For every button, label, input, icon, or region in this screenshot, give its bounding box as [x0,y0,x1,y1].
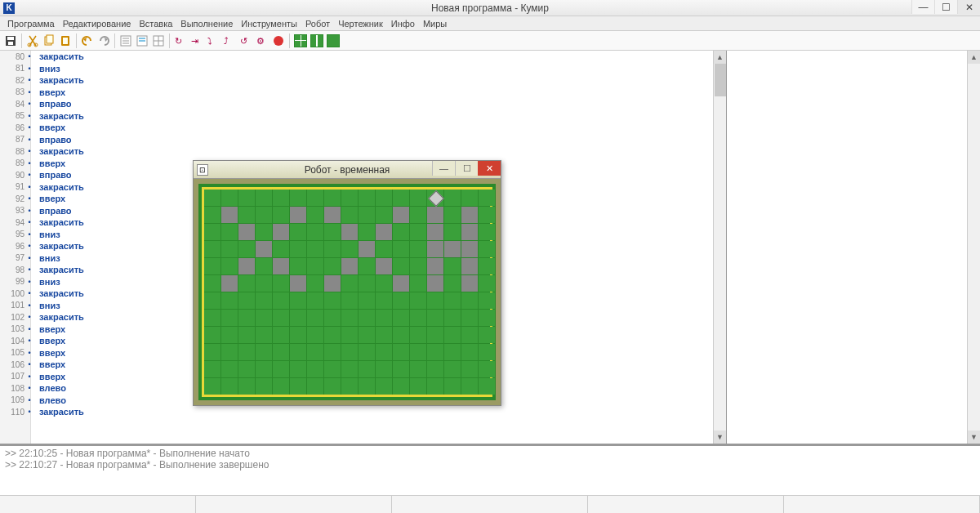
code-line[interactable]: 84•вправо [0,98,710,110]
code-line[interactable]: 81•вниз [0,63,710,75]
copy-icon[interactable] [42,33,56,48]
robot-maximize-button[interactable]: ☐ [455,161,478,176]
scroll-thumb[interactable] [715,64,726,96]
grid-cell [341,224,358,240]
table-icon[interactable] [151,33,166,48]
menu-item[interactable]: Чертежник [334,19,387,29]
grid-cell [341,207,358,223]
menu-item[interactable]: Робот [301,19,334,29]
code-command: закрасить [39,75,84,85]
robot-title-bar[interactable]: ⊡ Робот - временная — ☐ ✕ [194,161,501,179]
code-command: вверх [39,324,65,334]
step-over-icon[interactable]: ⤵ [206,33,220,48]
menu-item[interactable]: Редактирование [59,19,136,29]
grid-cell [376,344,392,360]
close-button[interactable]: ✕ [957,0,980,14]
paste-icon[interactable] [58,33,73,48]
pause-icon[interactable]: ↺ [238,33,253,48]
run-icon[interactable]: ↻ [173,33,188,48]
grid-cell [410,258,426,274]
grid-cell [221,378,238,395]
code-line[interactable]: 87•вправо [0,134,710,146]
grid-full-icon[interactable] [326,33,341,48]
settings-icon[interactable]: ⚙ [255,33,270,48]
grid-cell [376,224,392,240]
grid-cell [479,207,495,223]
list-icon[interactable] [118,33,133,48]
menu-item[interactable]: Инструменты [237,19,301,29]
grid-cell [256,207,272,223]
step-in-icon[interactable]: ⇥ [189,33,204,48]
grid-cell [221,361,238,377]
robot-field [194,179,501,405]
grid-cell [273,344,289,360]
redo-icon[interactable] [96,33,111,48]
grid-cell [204,190,220,206]
code-line[interactable]: 88•закрасить [0,145,710,158]
grid-split-icon[interactable] [310,33,324,48]
code-command: вниз [39,301,60,310]
scroll-up-icon[interactable]: ▲ [968,51,980,64]
code-command: вправо [39,206,72,216]
stop-icon[interactable] [271,33,286,48]
grid-small-icon[interactable] [293,33,308,48]
step-icon[interactable]: ⤴ [222,33,237,48]
grid-cell [256,310,272,326]
scroll-down-icon[interactable]: ▼ [968,430,980,444]
code-line[interactable]: 85•закрасить [0,110,710,123]
grid-cell [461,344,478,360]
grid-cell [221,275,238,292]
menu-item[interactable]: Вставка [135,19,176,29]
line-number: 83 [0,87,24,96]
editor-scrollbar[interactable]: ▲ ▼ [713,51,726,444]
grid-cell [273,327,289,343]
grid-cell [359,344,375,360]
grid-cell [256,327,272,343]
menu-item[interactable]: Выполнение [176,19,237,29]
code-command: вниз [39,253,60,263]
line-number: 85 [0,111,24,120]
grid-cell [410,292,426,309]
robot-close-button[interactable]: ✕ [478,161,501,176]
save-icon[interactable] [3,33,18,48]
scroll-up-icon[interactable]: ▲ [714,51,726,64]
code-line[interactable]: 80•закрасить [0,51,710,63]
grid-cell [410,275,426,292]
app-icon: K [3,2,15,14]
grid-cell [273,378,289,395]
panel-scrollbar[interactable]: ▲ ▼ [967,51,980,444]
menu-item[interactable]: Миры [419,19,451,29]
code-line[interactable]: 110•закрасить [0,406,710,418]
cut-icon[interactable] [25,33,40,48]
grid-cell [273,275,289,292]
code-command: закрасить [39,217,84,227]
svg-text:⚙: ⚙ [256,36,265,46]
maximize-button[interactable]: ☐ [934,0,957,14]
grid-cell [444,310,461,326]
menu-item[interactable]: Инфо [387,19,419,29]
grid-cell [359,361,375,377]
grid-cell [238,292,255,309]
grid-cell [444,258,461,274]
robot-window[interactable]: ⊡ Робот - временная — ☐ ✕ [193,160,501,406]
grid-cell [204,207,220,223]
toolbar: ↻ ⇥ ⤵ ⤴ ↺ ⚙ [0,31,980,51]
code-line[interactable]: 86•вверх [0,122,710,134]
line-number: 98 [0,265,24,274]
line-number: 100 [0,289,24,298]
robot-minimize-button[interactable]: — [432,161,455,176]
code-line[interactable]: 83•вверх [0,87,710,99]
scroll-down-icon[interactable]: ▼ [714,430,726,444]
undo-icon[interactable] [80,33,95,48]
doc-icon[interactable] [135,33,149,48]
menu-item[interactable]: Программа [3,19,59,29]
svg-rect-6 [47,35,53,43]
code-line[interactable]: 82•закрасить [0,74,710,87]
svg-rect-2 [8,42,13,45]
grid-cell [393,344,409,360]
right-panel: ▲ ▼ [727,51,980,444]
grid-cell [341,241,358,257]
minimize-button[interactable]: — [911,0,934,14]
code-command: вправо [39,170,72,180]
grid-cell [204,361,220,377]
